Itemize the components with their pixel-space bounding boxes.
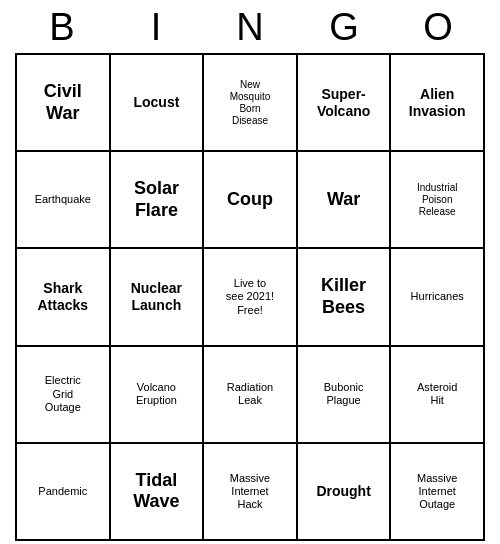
cell-text-16: Volcano Eruption [136, 381, 177, 407]
cell-text-5: Earthquake [35, 193, 91, 206]
bingo-cell-7: Coup [204, 152, 298, 249]
cell-text-18: Bubonic Plague [324, 381, 364, 407]
cell-text-17: Radiation Leak [227, 381, 273, 407]
cell-text-10: Shark Attacks [38, 280, 89, 314]
cell-text-0: Civil War [44, 81, 82, 124]
header-letter-g: G [301, 6, 387, 49]
bingo-cell-0: Civil War [17, 55, 111, 152]
bingo-cell-23: Drought [298, 444, 392, 541]
cell-text-24: Massive Internet Outage [417, 472, 457, 512]
bingo-cell-1: Locust [111, 55, 205, 152]
cell-text-8: War [327, 189, 360, 211]
bingo-cell-8: War [298, 152, 392, 249]
cell-text-7: Coup [227, 189, 273, 211]
bingo-cell-2: New Mosquito Born Disease [204, 55, 298, 152]
cell-text-23: Drought [316, 483, 370, 500]
bingo-cell-20: Pandemic [17, 444, 111, 541]
bingo-cell-6: Solar Flare [111, 152, 205, 249]
cell-text-21: Tidal Wave [133, 470, 179, 513]
bingo-cell-9: Industrial Poison Release [391, 152, 485, 249]
cell-text-1: Locust [133, 94, 179, 111]
bingo-cell-5: Earthquake [17, 152, 111, 249]
bingo-cell-18: Bubonic Plague [298, 347, 392, 444]
cell-text-12: Live to see 2021! Free! [226, 277, 274, 317]
bingo-cell-3: Super- Volcano [298, 55, 392, 152]
cell-text-9: Industrial Poison Release [417, 182, 458, 218]
cell-text-2: New Mosquito Born Disease [230, 79, 271, 127]
bingo-cell-22: Massive Internet Hack [204, 444, 298, 541]
bingo-cell-4: Alien Invasion [391, 55, 485, 152]
bingo-cell-16: Volcano Eruption [111, 347, 205, 444]
bingo-grid: Civil WarLocustNew Mosquito Born Disease… [15, 53, 485, 541]
bingo-cell-14: Hurricanes [391, 249, 485, 346]
cell-text-19: Asteroid Hit [417, 381, 457, 407]
cell-text-6: Solar Flare [134, 178, 179, 221]
header-letter-i: I [113, 6, 199, 49]
bingo-cell-17: Radiation Leak [204, 347, 298, 444]
header-letter-o: O [395, 6, 481, 49]
bingo-cell-24: Massive Internet Outage [391, 444, 485, 541]
cell-text-11: Nuclear Launch [131, 280, 182, 314]
bingo-cell-19: Asteroid Hit [391, 347, 485, 444]
header-letter-b: B [19, 6, 105, 49]
cell-text-15: Electric Grid Outage [45, 374, 81, 414]
bingo-cell-12: Live to see 2021! Free! [204, 249, 298, 346]
cell-text-22: Massive Internet Hack [230, 472, 270, 512]
bingo-cell-10: Shark Attacks [17, 249, 111, 346]
header-letter-n: N [207, 6, 293, 49]
cell-text-20: Pandemic [38, 485, 87, 498]
cell-text-4: Alien Invasion [409, 86, 466, 120]
bingo-cell-13: Killer Bees [298, 249, 392, 346]
bingo-header: BINGO [15, 0, 485, 53]
cell-text-14: Hurricanes [411, 290, 464, 303]
bingo-cell-15: Electric Grid Outage [17, 347, 111, 444]
bingo-cell-21: Tidal Wave [111, 444, 205, 541]
bingo-cell-11: Nuclear Launch [111, 249, 205, 346]
cell-text-13: Killer Bees [321, 275, 366, 318]
cell-text-3: Super- Volcano [317, 86, 370, 120]
